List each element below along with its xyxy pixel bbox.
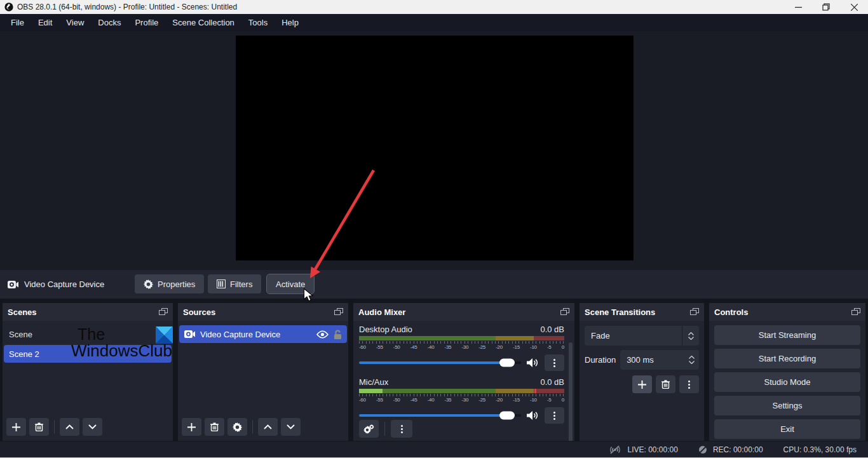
trash-icon bbox=[35, 422, 43, 431]
volume-slider-handle[interactable] bbox=[499, 412, 515, 420]
audio-mixer-panel: Audio Mixer Desktop Audio 0.0 dB -60-55-… bbox=[353, 303, 574, 441]
obs-window: OBS 28.0.1 (64-bit, windows) - Profile: … bbox=[0, 0, 868, 458]
start-streaming-button[interactable]: Start Streaming bbox=[714, 325, 860, 345]
add-scene-button[interactable] bbox=[6, 418, 26, 436]
spin-down-icon[interactable] bbox=[689, 361, 695, 364]
meter-tick-labels: -60-55-50-45-40-35-30-25-20-15-10-50 bbox=[359, 344, 564, 350]
chevron-up-icon bbox=[65, 424, 74, 429]
add-transition-button[interactable] bbox=[632, 375, 652, 393]
popout-icon[interactable] bbox=[560, 308, 569, 316]
spin-up-icon[interactable] bbox=[689, 356, 695, 359]
chevron-down-icon bbox=[88, 424, 97, 429]
source-item-selected[interactable]: Video Capture Device bbox=[179, 325, 347, 343]
menu-edit[interactable]: Edit bbox=[31, 14, 59, 31]
source-toolbar: Video Capture Device bbox=[0, 270, 868, 299]
move-source-up-button[interactable] bbox=[258, 418, 278, 436]
plus-icon bbox=[638, 381, 646, 389]
toolbar-separator bbox=[384, 422, 385, 436]
move-scene-down-button[interactable] bbox=[83, 418, 102, 436]
menu-file[interactable]: File bbox=[4, 14, 31, 31]
volume-slider-handle[interactable] bbox=[499, 359, 515, 367]
meter-tick-label: -50 bbox=[393, 397, 400, 403]
popout-icon[interactable] bbox=[334, 308, 343, 316]
exit-button[interactable]: Exit bbox=[714, 419, 860, 439]
transition-properties-button[interactable] bbox=[679, 375, 699, 393]
meter-tick-label: -10 bbox=[530, 344, 537, 350]
meter-tick-label: 0 bbox=[562, 397, 564, 403]
minimize-button[interactable] bbox=[784, 0, 812, 14]
studio-mode-button[interactable]: Studio Mode bbox=[714, 372, 860, 392]
selected-source-label: Video Capture Device bbox=[8, 280, 104, 289]
meter-tick-label: -20 bbox=[496, 344, 503, 350]
scene-item-selected[interactable]: Scene 2 bbox=[4, 345, 172, 363]
channel-menu-button[interactable] bbox=[545, 407, 564, 424]
activate-button[interactable]: Activate bbox=[267, 274, 314, 293]
add-source-button[interactable] bbox=[182, 418, 201, 436]
transition-select-arrows bbox=[682, 326, 699, 346]
preview-canvas[interactable] bbox=[236, 36, 634, 260]
chevron-up-icon bbox=[688, 332, 694, 335]
mixer-scrollbar[interactable] bbox=[569, 342, 573, 441]
meter-tick-labels: -60-55-50-45-40-35-30-25-20-15-10-50 bbox=[359, 397, 564, 403]
menu-docks[interactable]: Docks bbox=[91, 14, 128, 31]
scene-transitions-header: Scene Transitions bbox=[580, 303, 704, 321]
scene-item[interactable]: Scene bbox=[4, 325, 172, 343]
meter-tick-label: -25 bbox=[478, 344, 485, 350]
meter-tick-label: -50 bbox=[393, 344, 400, 350]
plus-icon bbox=[187, 423, 196, 431]
meter-tick-label: -35 bbox=[445, 344, 452, 350]
meter-tick-label: -15 bbox=[513, 397, 520, 403]
menu-profile[interactable]: Profile bbox=[128, 14, 165, 31]
properties-button[interactable]: Properties bbox=[135, 274, 204, 293]
remove-transition-button[interactable] bbox=[656, 375, 675, 393]
remove-scene-button[interactable] bbox=[29, 418, 49, 436]
plus-icon bbox=[12, 423, 20, 431]
controls-header: Controls bbox=[709, 303, 865, 321]
speaker-icon[interactable] bbox=[527, 410, 539, 421]
menu-view[interactable]: View bbox=[59, 14, 91, 31]
meter-tick-label: -5 bbox=[547, 344, 552, 350]
status-bar: LIVE: 00:00:00 REC: 00:00:00 CPU: 0.3%, … bbox=[0, 441, 868, 458]
gear-icon bbox=[233, 422, 242, 432]
advanced-audio-properties-button[interactable] bbox=[359, 420, 379, 438]
restore-button[interactable] bbox=[812, 0, 840, 14]
filters-button[interactable]: Filters bbox=[208, 274, 261, 293]
meter-tick-label: 0 bbox=[562, 344, 564, 350]
close-button[interactable] bbox=[840, 0, 868, 14]
rec-time: REC: 00:00:00 bbox=[713, 445, 763, 454]
chevron-down-icon bbox=[688, 337, 694, 340]
menu-tools[interactable]: Tools bbox=[241, 14, 275, 31]
remove-source-button[interactable] bbox=[205, 418, 224, 436]
meter-tick-label: -45 bbox=[410, 397, 417, 403]
meter-tick-label: -30 bbox=[461, 397, 468, 403]
channel-level: 0.0 dB bbox=[540, 325, 564, 334]
volume-slider[interactable] bbox=[359, 414, 521, 417]
volume-meter bbox=[359, 336, 564, 340]
meter-tick-label: -55 bbox=[376, 344, 383, 350]
scenes-toolbar bbox=[3, 417, 173, 441]
menu-help[interactable]: Help bbox=[275, 14, 306, 31]
trash-icon bbox=[661, 380, 670, 389]
meter-tick-label: -15 bbox=[513, 344, 520, 350]
meter-tick-label: -25 bbox=[478, 397, 485, 403]
channel-menu-button[interactable] bbox=[545, 354, 564, 371]
start-recording-button[interactable]: Start Recording bbox=[714, 349, 860, 368]
popout-icon[interactable] bbox=[851, 308, 860, 316]
record-inactive-icon bbox=[698, 445, 707, 454]
source-properties-button[interactable] bbox=[227, 418, 247, 436]
transition-select[interactable]: Fade bbox=[585, 326, 699, 346]
move-scene-up-button[interactable] bbox=[60, 418, 79, 436]
visibility-eye-icon[interactable] bbox=[316, 330, 329, 339]
menu-scene-collection[interactable]: Scene Collection bbox=[165, 14, 241, 31]
mixer-menu-button[interactable] bbox=[391, 420, 412, 438]
speaker-icon[interactable] bbox=[527, 358, 539, 368]
sources-panel-header: Sources bbox=[178, 303, 348, 321]
volume-slider[interactable] bbox=[359, 361, 521, 364]
move-source-down-button[interactable] bbox=[281, 418, 301, 436]
controls-title: Controls bbox=[714, 307, 748, 317]
settings-button[interactable]: Settings bbox=[714, 396, 860, 415]
lock-unlocked-icon[interactable] bbox=[334, 330, 342, 339]
popout-icon[interactable] bbox=[690, 308, 699, 316]
popout-icon[interactable] bbox=[159, 308, 168, 316]
duration-spinbox[interactable]: 300 ms bbox=[620, 350, 699, 370]
